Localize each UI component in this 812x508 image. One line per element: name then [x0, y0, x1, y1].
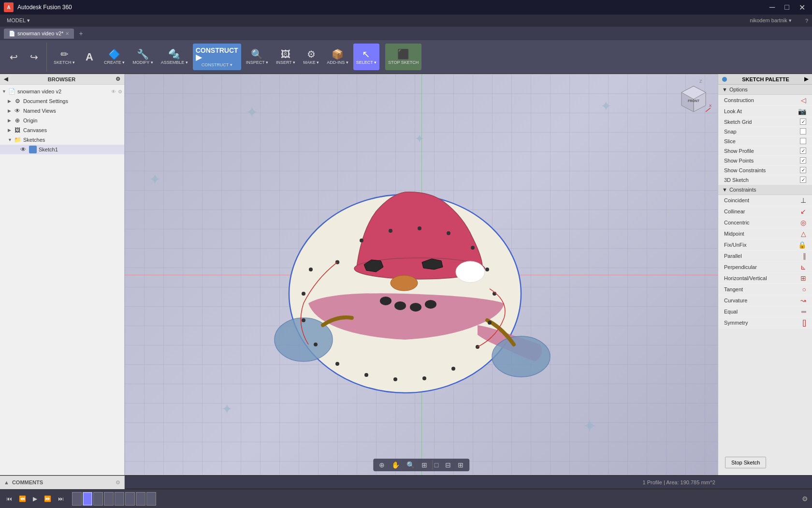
- canvas-display-btn[interactable]: ⊟: [443, 460, 453, 470]
- canvas-view-btn[interactable]: □: [432, 460, 440, 470]
- assemble-button[interactable]: 🔩 ASSEMBLE ▾: [158, 44, 191, 70]
- timeline-thumb-active[interactable]: [83, 492, 92, 506]
- canvas-grid-btn[interactable]: ⊞: [456, 460, 465, 470]
- timeline-next-button[interactable]: ⏩: [42, 494, 54, 504]
- collinear-row[interactable]: Collinear ↙: [718, 206, 812, 217]
- snap-checkbox[interactable]: [800, 128, 806, 134]
- named-views-arrow[interactable]: ▶: [8, 108, 14, 113]
- horiz-vert-row[interactable]: Horizontal/Vertical ⊞: [718, 273, 812, 284]
- comments-section: ▲ COMMENTS ⚙: [0, 476, 125, 489]
- sketch-palette-expand[interactable]: ▶: [804, 76, 808, 82]
- root-expand-arrow[interactable]: ▼: [2, 89, 8, 94]
- addins-button[interactable]: 📦 ADD-INS ▾: [324, 44, 351, 70]
- symmetry-row[interactable]: Symmetry []: [718, 317, 812, 329]
- canvas-area[interactable]: ✦ ✦ ✦ ✦ ✦ ✦: [125, 74, 718, 475]
- constraints-section-header[interactable]: ▼ Constraints: [718, 185, 812, 195]
- tree-item-named-views[interactable]: ▶ 👁 Named Views: [0, 106, 124, 116]
- new-tab-button[interactable]: +: [76, 29, 86, 38]
- canvas-zoom-btn[interactable]: 🔍: [405, 460, 417, 470]
- root-settings-icon[interactable]: ⚙: [118, 89, 122, 94]
- timeline-prev-button[interactable]: ⏪: [16, 494, 29, 504]
- help-btn[interactable]: ?: [805, 18, 808, 24]
- equal-row[interactable]: Equal ═: [718, 306, 812, 317]
- modify-button[interactable]: 🔧 MODIFY ▾: [130, 44, 156, 70]
- close-button[interactable]: ✕: [796, 2, 808, 13]
- create-button[interactable]: 🔷 CREATE ▾: [101, 44, 128, 70]
- tab-close-button[interactable]: ✕: [65, 31, 69, 36]
- show-profile-checkbox[interactable]: [800, 148, 806, 154]
- maximize-button[interactable]: □: [782, 2, 792, 13]
- 3d-sketch-checkbox[interactable]: [800, 177, 806, 183]
- make-button[interactable]: ⚙ MAKE ▾: [300, 44, 322, 70]
- snap-label: Snap: [724, 129, 737, 134]
- tree-item-doc-settings[interactable]: ▶ ⚙ Document Settings: [0, 96, 124, 106]
- equal-icon: ═: [801, 308, 806, 315]
- timeline-thumb-2[interactable]: [93, 492, 103, 506]
- timeline-thumb-3[interactable]: [104, 492, 114, 506]
- timeline-thumb-7[interactable]: [146, 492, 156, 506]
- look-at-icon[interactable]: 📷: [798, 107, 806, 115]
- active-tab[interactable]: 📄 snowman video v2* ✕: [4, 29, 74, 39]
- canvases-arrow[interactable]: ▶: [8, 128, 14, 133]
- timeline-thumb-5[interactable]: [125, 492, 135, 506]
- text-button[interactable]: A: [80, 44, 99, 70]
- canvas-fit-btn[interactable]: ⊞: [420, 460, 429, 470]
- timeline-settings-icon[interactable]: ⚙: [802, 495, 808, 503]
- tree-item-sketches[interactable]: ▼ 📁 Sketches: [0, 135, 124, 145]
- stop-sketch-button[interactable]: Stop Sketch: [725, 457, 766, 468]
- slice-checkbox[interactable]: [800, 138, 806, 144]
- timeline-thumb-4[interactable]: [115, 492, 124, 506]
- perpendicular-row[interactable]: Perpendicular ⊾: [718, 262, 812, 273]
- canvas-pan-btn[interactable]: ✋: [390, 460, 402, 470]
- curvature-icon: ↝: [800, 297, 806, 304]
- comments-expand-icon[interactable]: ▲: [4, 479, 9, 485]
- coincident-row[interactable]: Coincident ⊥: [718, 195, 812, 206]
- canvas-orbit-btn[interactable]: ⊕: [377, 460, 387, 470]
- root-visibility-icon[interactable]: 👁: [111, 89, 118, 94]
- midpoint-row[interactable]: Midpoint △: [718, 228, 812, 239]
- origin-arrow[interactable]: ▶: [8, 118, 14, 123]
- comments-label: COMMENTS: [12, 479, 43, 485]
- sketch-grid-checkbox[interactable]: [800, 119, 806, 125]
- select-button[interactable]: ↖ SELECT ▾: [353, 44, 379, 70]
- comments-settings-icon[interactable]: ⚙: [116, 479, 120, 486]
- doc-settings-arrow[interactable]: ▶: [8, 99, 14, 104]
- tree-item-sketch1[interactable]: 👁 Sketch1: [0, 145, 124, 154]
- browser-settings-icon[interactable]: ⚙: [116, 76, 120, 82]
- options-section-header[interactable]: ▼ Options: [718, 85, 812, 95]
- fixunfix-row[interactable]: Fix/UnFix 🔒: [718, 239, 812, 251]
- inspect-button[interactable]: 🔍 INSPECT ▾: [243, 44, 271, 70]
- svg-point-26: [302, 318, 305, 322]
- concentric-row[interactable]: Concentric ◎: [718, 217, 812, 228]
- stop-sketch-toolbar-button[interactable]: ⬛ STOP SKETCH: [385, 44, 421, 70]
- minimize-button[interactable]: ─: [767, 2, 778, 13]
- timeline-end-button[interactable]: ⏭: [56, 494, 66, 504]
- timeline-thumb-1[interactable]: [72, 492, 82, 506]
- view-cube[interactable]: Z FRONT X: [674, 79, 713, 118]
- app-logo: A: [4, 2, 14, 12]
- sketch1-visibility-icon[interactable]: 👁: [19, 146, 27, 153]
- status-text: 1 Profile | Area: 190.785 mm^2: [643, 479, 716, 485]
- sketches-arrow[interactable]: ▼: [8, 137, 14, 142]
- tangent-row[interactable]: Tangent ○: [718, 284, 812, 295]
- redo-button[interactable]: ↪: [24, 44, 44, 70]
- sketch-button[interactable]: ✏ SKETCH ▾: [51, 44, 78, 70]
- construction-icon[interactable]: ◁: [801, 96, 806, 104]
- parallel-row[interactable]: Parallel ∥: [718, 251, 812, 262]
- timeline-start-button[interactable]: ⏮: [4, 494, 14, 504]
- tree-item-canvases[interactable]: ▶ 🖼 Canvases: [0, 125, 124, 135]
- timeline-thumb-6[interactable]: [136, 492, 145, 506]
- show-constraints-checkbox[interactable]: [800, 167, 806, 173]
- tree-item-origin[interactable]: ▶ ⊕ Origin: [0, 116, 124, 125]
- undo-button[interactable]: ↩: [4, 44, 23, 70]
- tree-item-root[interactable]: ▼ 📄 snowman video v2 👁 ⚙: [0, 87, 124, 96]
- timeline-play-button[interactable]: ▶: [30, 494, 40, 504]
- insert-button[interactable]: 🖼 INSERT ▾: [273, 44, 298, 70]
- show-points-checkbox[interactable]: [800, 157, 806, 164]
- snap-row: Snap: [718, 127, 812, 136]
- construct-button[interactable]: CONSTRUCT▶ CONSTRUCT ▾: [193, 44, 241, 70]
- model-menu[interactable]: MODEL ▾: [4, 16, 33, 25]
- browser-expand-icon[interactable]: ◀: [4, 76, 8, 82]
- svg-point-15: [471, 245, 475, 249]
- curvature-row[interactable]: Curvature ↝: [718, 295, 812, 306]
